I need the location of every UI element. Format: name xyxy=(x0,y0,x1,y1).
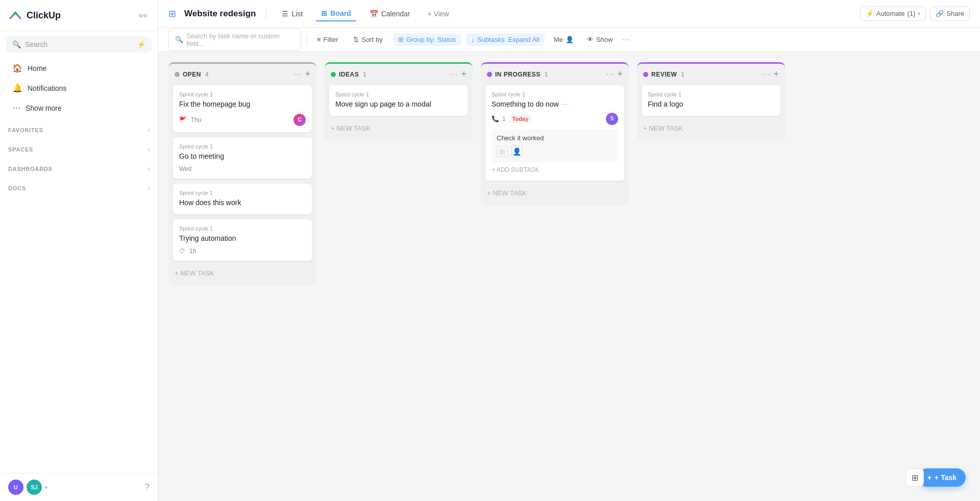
sidebar-section-dashboards[interactable]: DASHBOARDS › xyxy=(0,161,158,177)
column-ideas-header: IDEAS 1 ⋯ + xyxy=(325,64,473,85)
subtasks-label: Subtasks: Expand All xyxy=(477,36,540,43)
task-title: Something to do now — xyxy=(492,99,618,110)
subtask-assign-icon[interactable]: ⊞ xyxy=(497,146,508,157)
board-search-input[interactable]: 🔍 Search by task name or custom field... xyxy=(168,29,301,51)
favorites-label: FAVORITES xyxy=(8,127,43,133)
column-ideas: IDEAS 1 ⋯ + Sprint cycle 1 Move sign up … xyxy=(325,62,473,140)
tab-list[interactable]: ☰ List xyxy=(277,7,308,21)
task-time: 1h xyxy=(189,247,196,255)
inprogress-more-icon[interactable]: ⋯ xyxy=(606,69,614,79)
me-button[interactable]: Me 👤 xyxy=(550,34,578,45)
sidebar-section-docs[interactable]: DOCS › xyxy=(0,181,158,196)
task-sprint-label: Sprint cycle 1 xyxy=(179,226,306,232)
board-icon: ⊞ xyxy=(321,9,327,17)
sort-button[interactable]: ⇅ Sort by xyxy=(348,33,387,46)
ideas-count: 1 xyxy=(363,71,366,78)
ideas-new-task-button[interactable]: + NEW TASK xyxy=(329,120,469,136)
today-badge: Today xyxy=(509,115,532,123)
review-more-icon[interactable]: ⋯ xyxy=(762,69,770,79)
task-subtask-row: 📞 1 Today S xyxy=(492,113,618,125)
project-icon: ⊞ xyxy=(168,8,176,19)
task-card-how-does-this-work[interactable]: Sprint cycle 1 How does this work xyxy=(173,183,312,215)
nav-show-more[interactable]: ⋯ Show more xyxy=(4,98,154,117)
add-subtask-button[interactable]: + ADD SUBTASK xyxy=(492,162,618,174)
filterbar: 🔍 Search by task name or custom field...… xyxy=(158,28,980,52)
group-by-button[interactable]: ⊞ Group by: Status xyxy=(393,33,461,46)
review-new-task-button[interactable]: + NEW TASK xyxy=(641,120,781,136)
apps-grid-button[interactable]: ⊞ xyxy=(905,468,924,487)
nav-notifications[interactable]: 🔔 Notifications xyxy=(4,79,154,97)
search-icon: 🔍 xyxy=(175,36,183,43)
task-title: How does this work xyxy=(179,198,306,208)
open-count: 4 xyxy=(205,71,209,78)
subtask-person-icon[interactable]: 👤 xyxy=(511,146,522,157)
automate-icon: ⚡ xyxy=(866,10,874,17)
show-more-icon: ⋯ xyxy=(12,103,20,113)
ideas-more-icon[interactable]: ⋯ xyxy=(450,69,458,79)
task-card-fix-homepage[interactable]: Sprint cycle 1 Fix the homepage bug 🚩 Th… xyxy=(173,85,312,133)
nav-home[interactable]: 🏠 Home xyxy=(4,59,154,78)
spaces-label: SPACES xyxy=(8,146,33,153)
filter-button[interactable]: ≡ Filter xyxy=(312,33,343,46)
automate-button[interactable]: ⚡ Automate (1) ▾ xyxy=(860,6,926,21)
add-task-label: + Task xyxy=(935,473,957,482)
task-title: Trying automation xyxy=(179,234,306,244)
task-sprint-label: Sprint cycle 1 xyxy=(335,91,462,97)
project-title: Website redesign xyxy=(184,9,256,19)
nav-home-label: Home xyxy=(28,64,46,72)
list-icon: ☰ xyxy=(282,10,288,18)
task-sprint-label: Sprint cycle 1 xyxy=(492,91,618,97)
review-add-icon[interactable]: + xyxy=(773,69,779,80)
subtask-assignee-row: ⊞ 👤 xyxy=(497,146,613,157)
task-meta: Wed xyxy=(179,165,306,172)
dashboards-chevron-icon: › xyxy=(148,165,150,172)
task-card-go-to-meeting[interactable]: Sprint cycle 1 Go to meeting Wed xyxy=(173,137,312,180)
filter-label: Filter xyxy=(324,36,338,43)
task-title: Find a logo xyxy=(648,99,774,110)
share-label: Share xyxy=(946,10,964,17)
open-add-icon[interactable]: + xyxy=(305,69,310,80)
help-button[interactable]: ? xyxy=(144,482,150,493)
review-title: REVIEW xyxy=(651,71,677,78)
user-avatar-group[interactable]: U SJ ▾ xyxy=(8,480,47,495)
avatar-chevron-icon: ▾ xyxy=(45,485,47,490)
open-more-icon[interactable]: ⋯ xyxy=(293,69,302,79)
ideas-title: IDEAS xyxy=(339,71,359,78)
share-button[interactable]: 🔗 Share xyxy=(930,6,970,21)
tab-board[interactable]: ⊞ Board xyxy=(316,6,356,21)
search-box[interactable]: 🔍 Search ⚡ xyxy=(6,36,152,53)
automate-label: Automate xyxy=(876,10,905,17)
more-options-button[interactable]: ⋯ xyxy=(622,35,630,44)
inprogress-new-task-button[interactable]: + NEW TASK xyxy=(485,185,625,201)
ideas-add-icon[interactable]: + xyxy=(461,69,467,80)
show-button[interactable]: 👁 Show xyxy=(583,34,617,45)
ideas-column-body: Sprint cycle 1 Move sign up page to a mo… xyxy=(325,85,473,140)
sidebar-footer: U SJ ▾ ? xyxy=(0,473,158,501)
sidebar-section-favorites[interactable]: FAVORITES › xyxy=(0,122,158,138)
home-icon: 🏠 xyxy=(12,63,22,73)
task-card-find-logo[interactable]: Sprint cycle 1 Find a logo xyxy=(641,85,781,116)
subtasks-button[interactable]: ↓ Subtasks: Expand All xyxy=(466,33,545,46)
add-task-plus-icon: + xyxy=(927,473,932,482)
task-title: Go to meeting xyxy=(179,152,306,162)
collapse-button[interactable]: «« xyxy=(136,9,150,22)
logo[interactable]: ClickUp xyxy=(8,8,61,22)
add-view-button[interactable]: + View xyxy=(424,8,453,20)
open-title: OPEN xyxy=(183,71,201,78)
task-card-something-to-do[interactable]: Sprint cycle 1 Something to do now — 📞 1… xyxy=(485,85,625,181)
task-card-move-signup[interactable]: Sprint cycle 1 Move sign up page to a mo… xyxy=(329,85,469,116)
open-new-task-button[interactable]: + NEW TASK xyxy=(173,265,312,281)
open-column-body: Sprint cycle 1 Fix the homepage bug 🚩 Th… xyxy=(168,85,316,285)
topbar: ⊞ Website redesign ☰ List ⊞ Board 📅 Cale… xyxy=(158,0,980,28)
sidebar-section-spaces[interactable]: SPACES › xyxy=(0,142,158,157)
inprogress-column-body: Sprint cycle 1 Something to do now — 📞 1… xyxy=(481,85,629,205)
search-icon: 🔍 xyxy=(12,40,21,48)
spaces-chevron-icon: › xyxy=(148,146,150,153)
review-count: 1 xyxy=(681,71,684,78)
inprogress-count: 1 xyxy=(545,71,548,78)
inprogress-add-icon[interactable]: + xyxy=(617,69,623,80)
nav-show-more-label: Show more xyxy=(26,104,62,112)
tab-calendar[interactable]: 📅 Calendar xyxy=(364,7,415,21)
add-task-fab[interactable]: + + Task xyxy=(918,468,966,487)
task-card-trying-automation[interactable]: Sprint cycle 1 Trying automation ⏱ 1h xyxy=(173,219,312,262)
